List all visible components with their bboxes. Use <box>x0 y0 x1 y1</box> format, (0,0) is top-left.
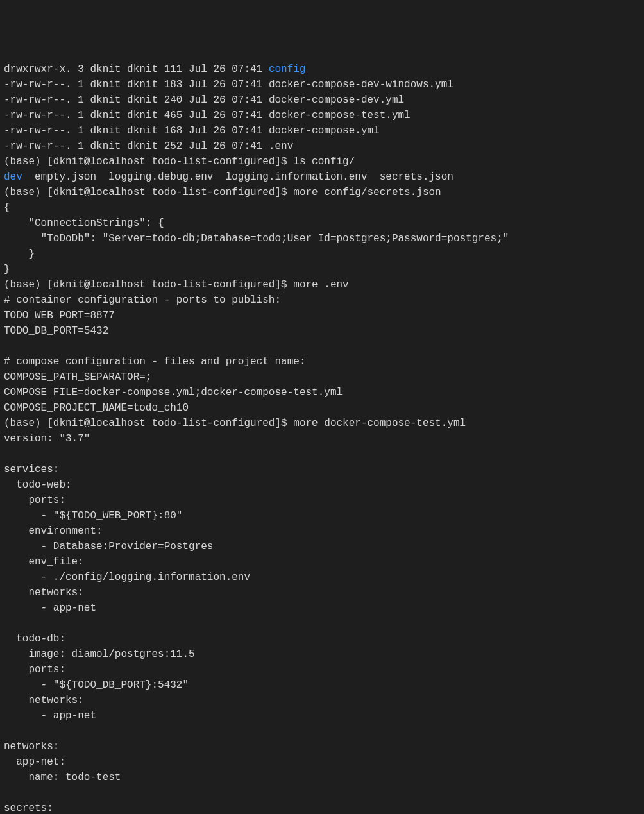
file-list: empty.json logging.debug.env logging.inf… <box>22 171 453 183</box>
file-entry: docker-compose.yml <box>269 125 380 137</box>
terminal-output[interactable]: drwxrwxr-x. 3 dknit dknit 111 Jul 26 07:… <box>4 62 640 814</box>
command-input[interactable]: more config/secrets.json <box>293 187 441 198</box>
file-entry: .env <box>269 140 293 152</box>
file-entry: docker-compose-dev.yml <box>269 94 404 106</box>
command-input[interactable]: more docker-compose-test.yml <box>293 418 466 429</box>
shell-prompt: (base) [dknit@localhost todo-list-config… <box>4 156 293 167</box>
dir-entry: config <box>269 64 306 75</box>
file-entry: docker-compose-test.yml <box>269 110 411 121</box>
file-content-compose: version: "3.7" services: todo-web: ports… <box>4 433 250 814</box>
shell-prompt: (base) [dknit@localhost todo-list-config… <box>4 187 293 198</box>
dir-entry: dev <box>4 171 22 183</box>
shell-prompt: (base) [dknit@localhost todo-list-config… <box>4 279 293 291</box>
file-content-secrets: { "ConnectionStrings": { "ToDoDb": "Serv… <box>4 202 509 275</box>
file-content-env: # container configuration - ports to pub… <box>4 294 343 414</box>
shell-prompt: (base) [dknit@localhost todo-list-config… <box>4 418 293 429</box>
command-input[interactable]: more .env <box>293 279 348 291</box>
file-entry: docker-compose-dev-windows.yml <box>269 79 453 90</box>
command-input[interactable]: ls config/ <box>293 156 355 167</box>
